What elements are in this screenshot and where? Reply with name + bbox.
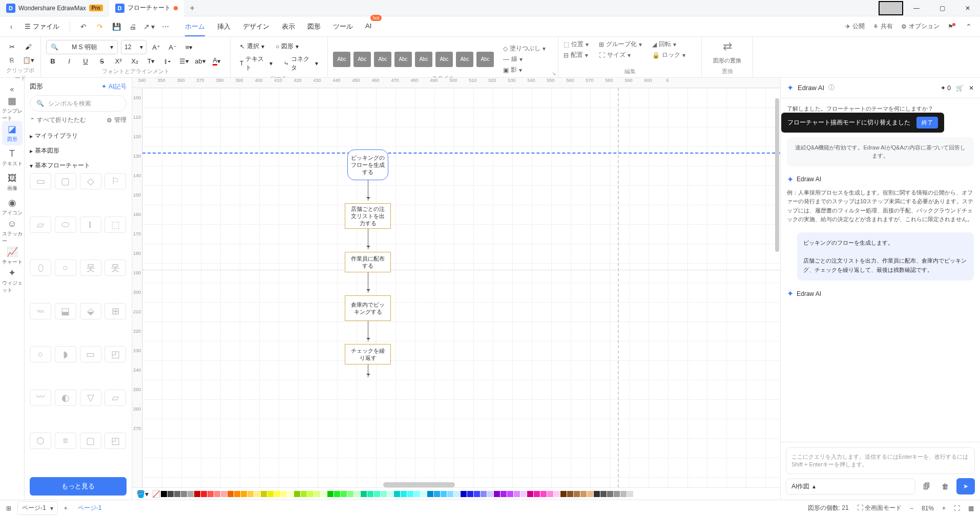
- shape-delay[interactable]: ◗: [55, 346, 76, 362]
- shape-trap[interactable]: ▽: [80, 390, 101, 406]
- position-button[interactable]: ⬚ 位置 ▾: [564, 40, 589, 49]
- color-swatch[interactable]: [361, 491, 367, 497]
- style-6[interactable]: Abc: [435, 52, 453, 67]
- collapse-all-button[interactable]: ⌃ すべて折りたたむ: [30, 116, 86, 124]
- shape-table[interactable]: ⊞: [105, 303, 126, 319]
- highlight-button[interactable]: ab▾: [194, 54, 207, 68]
- publish-button[interactable]: ✈ 公開: [845, 22, 865, 31]
- spacing-button[interactable]: ⫿▾: [161, 54, 174, 68]
- color-swatch[interactable]: [241, 491, 247, 497]
- color-swatch[interactable]: [560, 491, 567, 497]
- file-menu[interactable]: ☰ ファイル: [20, 22, 64, 31]
- color-swatch[interactable]: [214, 491, 220, 497]
- ai-symbol-button[interactable]: ✦ AI記号: [101, 82, 127, 91]
- color-swatch[interactable]: [181, 491, 187, 497]
- color-swatch[interactable]: [161, 491, 167, 497]
- lock-button[interactable]: 🔒 ロック ▾: [652, 51, 685, 59]
- ai-mode-select[interactable]: AI作図 ▴: [786, 479, 915, 494]
- color-swatch[interactable]: [381, 491, 387, 497]
- color-swatch[interactable]: [194, 491, 200, 497]
- color-swatch[interactable]: [547, 491, 553, 497]
- rail-image[interactable]: 🖼画像: [2, 170, 23, 195]
- italic-button[interactable]: I: [62, 54, 76, 68]
- shape-tag[interactable]: ◐: [55, 390, 76, 406]
- shape-search[interactable]: 🔍 シンボルを検索: [30, 95, 127, 112]
- color-swatch[interactable]: [634, 491, 640, 497]
- shape-flag[interactable]: ⚐: [105, 173, 126, 189]
- page-tab[interactable]: ページ-1: [74, 504, 106, 512]
- manage-button[interactable]: ⚙ 管理: [107, 116, 127, 124]
- color-swatch[interactable]: [254, 491, 260, 497]
- color-swatch[interactable]: [540, 491, 547, 497]
- color-swatch[interactable]: [454, 491, 460, 497]
- color-swatch[interactable]: [434, 491, 440, 497]
- color-swatch[interactable]: [527, 491, 533, 497]
- color-swatch[interactable]: [574, 491, 580, 497]
- style-3[interactable]: Abc: [374, 52, 391, 67]
- line-button[interactable]: — 線 ▾: [503, 55, 546, 63]
- bucket-icon[interactable]: 🪣▾: [136, 490, 149, 498]
- color-swatch[interactable]: [347, 491, 353, 497]
- color-swatch[interactable]: [307, 491, 314, 497]
- share-button[interactable]: ⚘ 共有: [873, 22, 893, 31]
- color-swatch[interactable]: [427, 491, 433, 497]
- color-swatch[interactable]: [168, 491, 174, 497]
- color-swatch[interactable]: [187, 491, 194, 497]
- help-icon[interactable]: ⓘ: [828, 83, 835, 92]
- shape-rect[interactable]: ▭: [30, 173, 51, 189]
- maximize-button[interactable]: ▢: [930, 0, 954, 16]
- shape-yes[interactable]: Yes: [30, 303, 51, 319]
- fullscreen-button[interactable]: ⛶ 全画面モード: [857, 504, 902, 512]
- color-swatch[interactable]: [401, 491, 407, 497]
- increase-font-button[interactable]: A⁺: [150, 40, 163, 54]
- shape-storage[interactable]: ⬙: [80, 303, 101, 319]
- cart-icon[interactable]: 🛒: [956, 84, 964, 92]
- shape-hex[interactable]: ⬡: [30, 433, 51, 449]
- color-swatch[interactable]: [314, 491, 320, 497]
- ai-history-button[interactable]: 🗐: [920, 479, 934, 493]
- color-swatch[interactable]: [227, 491, 234, 497]
- collapse-ribbon-button[interactable]: ⌃: [962, 19, 976, 34]
- more-shapes-button[interactable]: もっと見る: [30, 477, 127, 496]
- canvas[interactable]: ピッキングのフローを生成する 店舗ごとの注文リストを出力する 作業員に配布する …: [142, 88, 780, 487]
- style-expand[interactable]: ↘: [552, 71, 556, 76]
- collapse-rail-button[interactable]: «: [5, 82, 19, 96]
- color-swatch[interactable]: [554, 491, 560, 497]
- undo-button[interactable]: ↶: [76, 19, 91, 34]
- color-swatch[interactable]: [407, 491, 413, 497]
- color-swatch[interactable]: [600, 491, 607, 497]
- scrollbar-h[interactable]: [383, 482, 455, 487]
- color-swatch[interactable]: [341, 491, 347, 497]
- print-button[interactable]: 🖨: [126, 19, 140, 34]
- style-8[interactable]: Abc: [476, 52, 494, 67]
- rail-shape[interactable]: ◪図形: [2, 121, 23, 145]
- shape-internal[interactable]: ⬚: [105, 217, 126, 233]
- color-swatch[interactable]: [520, 491, 527, 497]
- more-button[interactable]: ⋯: [158, 19, 173, 34]
- color-swatch[interactable]: [301, 491, 307, 497]
- rail-chart[interactable]: 📈チャート: [2, 244, 23, 268]
- shape-parallelogram[interactable]: ▱: [30, 217, 51, 233]
- color-swatch[interactable]: [580, 491, 587, 497]
- rotate-button[interactable]: ◢ 回転 ▾: [652, 40, 685, 49]
- save-button[interactable]: 💾: [109, 19, 123, 34]
- shape-trap2[interactable]: ◰: [105, 433, 126, 449]
- zoom-in-button[interactable]: +: [942, 505, 946, 512]
- tab-insert[interactable]: 挿入: [217, 17, 231, 36]
- ai-input[interactable]: ここにクエリを入力します。送信するにはEnterキーを、改行するにはShift …: [786, 447, 975, 474]
- color-swatch[interactable]: [201, 491, 207, 497]
- close-button[interactable]: ✕: [955, 0, 980, 16]
- color-swatch[interactable]: [367, 491, 373, 497]
- color-swatch[interactable]: [474, 491, 480, 497]
- copy-button[interactable]: ⎘: [5, 53, 18, 67]
- color-swatch[interactable]: [461, 491, 467, 497]
- export-button[interactable]: ↗ ▾: [142, 19, 156, 34]
- shadow-button[interactable]: ▣ 影 ▾: [503, 66, 546, 74]
- shape-actor2[interactable]: 웃: [105, 260, 126, 276]
- rail-sticker[interactable]: ☺ステッカー: [2, 219, 23, 244]
- app-tab[interactable]: D Wondershare EdrawMax Pro: [0, 0, 109, 16]
- tab-tool[interactable]: ツール: [333, 17, 353, 36]
- rail-widget[interactable]: ✦ウィジェット: [2, 268, 23, 293]
- options-button[interactable]: ⚙ オプション: [901, 22, 940, 31]
- shape-diamond[interactable]: ◇: [80, 173, 101, 189]
